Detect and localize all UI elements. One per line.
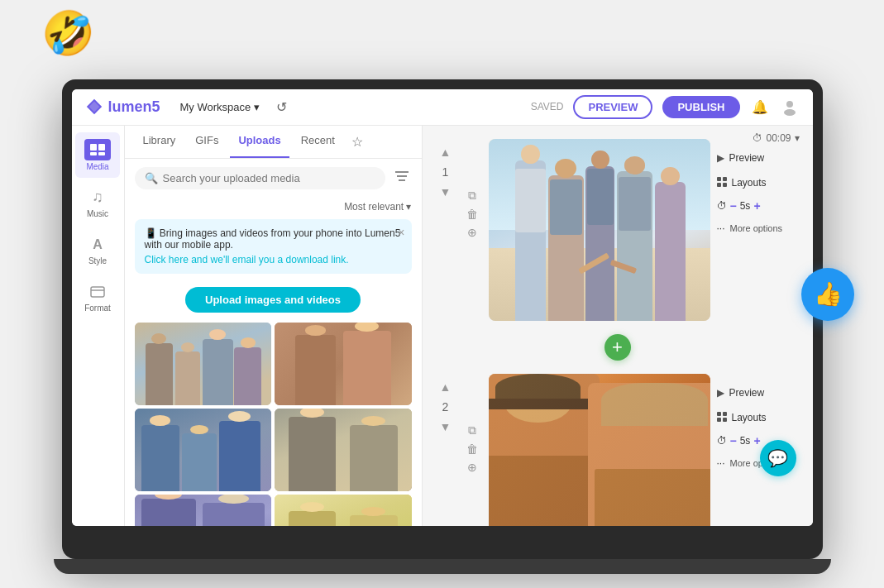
svg-point-3 [784,109,796,116]
slide-2-preview-btn[interactable]: ▶ Preview [717,384,800,402]
left-sidebar: Media ♫ Music A Style Format [72,126,125,526]
logo-icon [85,98,103,116]
filter-button[interactable] [392,167,412,189]
slide-2-duration: 5s [740,435,751,447]
svg-rect-7 [98,152,105,155]
timer-dropdown-icon[interactable]: ▾ [795,132,800,144]
media-thumb-3[interactable] [135,409,272,491]
slide-2-layouts-btn[interactable]: Layouts [717,409,800,428]
svg-rect-20 [723,418,727,422]
sidebar-item-media[interactable]: Media [75,132,120,178]
media-thumb-2[interactable] [275,323,412,405]
canvas-area: ⏱ 00:09 ▾ ▲ 1 ▼ ⧉ 🗑 [423,126,813,526]
slide-2-add-icon[interactable]: ⊕ [467,461,477,474]
tab-star-icon[interactable]: ☆ [346,126,368,158]
app-body: Media ♫ Music A Style Format [72,126,813,526]
timer-bar: ⏱ 00:09 ▾ [753,132,799,144]
svg-rect-16 [723,183,727,187]
slide-1-add-icon[interactable]: ⊕ [467,226,477,239]
svg-rect-6 [90,152,97,155]
slide-2-timer-plus[interactable]: + [753,434,760,447]
search-area: 🔍 [125,159,422,198]
svg-rect-14 [723,177,727,181]
slide-2-preview-label: Preview [729,387,765,399]
sidebar-format-label: Format [84,304,111,313]
upload-button[interactable]: Upload images and videos [185,287,361,313]
slide-row-1: ▲ 1 ▼ ⧉ 🗑 ⊕ [436,139,800,321]
media-thumb-6[interactable] [275,495,412,526]
undo-button[interactable]: ↺ [276,99,287,115]
svg-rect-13 [717,177,721,181]
notifications-bell-icon[interactable]: 🔔 [750,97,770,117]
slide-row-2: ▲ 2 ▼ ⧉ 🗑 ⊕ [436,374,800,526]
slide-2-up-arrow[interactable]: ▲ [440,380,452,394]
timer-clock-icon-1: ⏱ [717,200,727,212]
tab-uploads[interactable]: Uploads [230,126,289,158]
add-slide-button[interactable]: + [604,334,631,361]
sidebar-item-style[interactable]: A Style [75,228,120,272]
floating-emoji-sticker: 🤣 [41,8,95,59]
svg-rect-4 [90,144,97,151]
svg-rect-8 [91,287,104,297]
slide-2-layouts-label: Layouts [732,412,767,423]
slide-1-more-label: More options [730,223,783,233]
slide-1-layouts-label: Layouts [732,177,767,189]
svg-rect-18 [723,412,727,416]
svg-rect-17 [717,412,721,416]
slide-1-more-btn[interactable]: ··· More options [717,219,800,237]
chat-bubble-button[interactable]: 💬 [760,440,796,476]
slide-1-up-arrow[interactable]: ▲ [440,146,452,159]
media-thumb-1[interactable] [135,323,272,405]
sort-selector[interactable]: Most relevant ▾ [344,201,411,213]
info-banner-close-button[interactable]: × [398,226,404,239]
slide-1-layouts-btn[interactable]: Layouts [717,174,800,193]
saved-label: SAVED [531,101,564,112]
media-panel: Library GIFs Uploads Recent ☆ 🔍 [125,126,423,526]
slide-2-copy-icon[interactable]: ⧉ [468,423,476,437]
slide-number-col-1: ▲ 1 ▼ [436,139,456,321]
tab-library[interactable]: Library [135,126,184,158]
more-options-icon-2: ··· [717,457,725,469]
slide-2-delete-icon[interactable]: 🗑 [466,442,478,456]
user-avatar-icon[interactable] [780,97,800,117]
slide-2-timer-minus[interactable]: − [730,434,737,447]
sidebar-item-format[interactable]: Format [75,275,120,319]
timer-clock-icon: ⏱ [753,132,762,144]
slide-1-preview-label: Preview [729,152,765,164]
slide-1-timer-minus[interactable]: − [730,199,737,213]
sort-bar: Most relevant ▾ [125,198,422,219]
sidebar-style-label: Style [88,256,107,265]
svg-rect-15 [717,183,721,187]
add-slide-between: + [436,331,800,364]
info-banner: 📱 Bring images and videos from your phon… [135,219,412,274]
slide-1-copy-icon[interactable]: ⧉ [468,189,476,203]
search-icon: 🔍 [145,172,158,184]
play-icon: ▶ [717,152,724,164]
slide-1-canvas[interactable] [489,139,710,321]
slide-1-down-arrow[interactable]: ▼ [440,185,452,198]
laptop-base [54,559,831,574]
music-icon: ♫ [85,188,110,208]
slide-2-canvas[interactable] [489,374,710,526]
slide-1-tools: ⧉ 🗑 ⊕ [462,139,482,321]
preview-button[interactable]: PREVIEW [573,95,652,119]
sidebar-item-music[interactable]: ♫ Music [75,181,120,225]
tab-recent[interactable]: Recent [293,126,343,158]
media-thumb-5[interactable] [135,495,272,526]
slide-1-delete-icon[interactable]: 🗑 [466,208,478,221]
workspace-selector[interactable]: My Workspace ▾ [174,98,267,117]
publish-button[interactable]: PUBLISH [662,96,739,118]
timer-clock-icon-2: ⏱ [717,435,727,447]
play-icon-2: ▶ [717,387,724,399]
slide-1-preview-btn[interactable]: ▶ Preview [717,149,800,167]
slide-1-timer-plus[interactable]: + [753,199,760,213]
media-thumb-4[interactable] [275,409,412,491]
style-icon: A [85,235,110,255]
info-banner-link[interactable]: Click here and we'll email you a downloa… [145,254,402,265]
timer-value: 00:09 [766,132,791,144]
tab-gifs[interactable]: GIFs [187,126,227,158]
slide-2-down-arrow[interactable]: ▼ [440,420,452,433]
svg-rect-5 [98,144,105,151]
sidebar-music-label: Music [87,209,108,218]
search-input[interactable] [163,172,375,184]
